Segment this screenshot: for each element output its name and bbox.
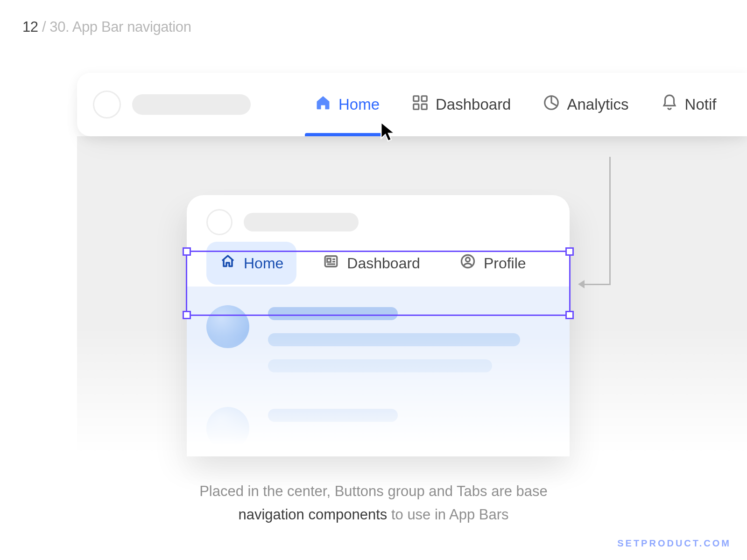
compact-app-bar-head — [187, 195, 570, 240]
preview-content — [187, 287, 570, 456]
tab-label: Dashboard — [436, 96, 511, 113]
tab-label: Notif — [685, 96, 717, 113]
caption-text: to use in App Bars — [387, 506, 508, 523]
home-icon — [314, 94, 332, 115]
connector-line — [609, 157, 611, 285]
slide-caption: Placed in the center, Buttons group and … — [0, 480, 747, 526]
news-icon — [323, 253, 339, 273]
skeleton-line — [268, 409, 398, 422]
seg-label: Home — [244, 255, 283, 272]
skeleton-line — [268, 359, 492, 372]
text-skeleton — [268, 305, 550, 385]
seg-label: Dashboard — [347, 255, 420, 272]
tab-analytics[interactable]: Analytics — [527, 73, 644, 136]
slide-index: 12 / 30. App Bar navigation — [22, 19, 191, 35]
tabs-group: Home Dashboard Analytics Notif — [298, 73, 732, 136]
tab-label: Analytics — [567, 96, 628, 113]
seg-dashboard[interactable]: Dashboard — [310, 242, 433, 285]
caption-emphasis: navigation components — [238, 506, 387, 523]
user-icon — [459, 253, 476, 273]
svg-rect-6 — [327, 259, 331, 262]
brand-avatar-placeholder — [93, 91, 121, 119]
slide-title-sep: . — [65, 19, 72, 35]
compact-app-preview: Home Dashboard Profile — [187, 195, 570, 456]
connector-line — [585, 284, 611, 285]
arrowhead-icon — [578, 280, 585, 288]
brand-title-placeholder — [132, 94, 251, 115]
slide-total: 30 — [49, 19, 65, 35]
tab-notifications[interactable]: Notif — [645, 73, 733, 136]
svg-rect-3 — [414, 104, 419, 109]
text-skeleton — [268, 407, 550, 450]
slide-separator: / — [38, 19, 50, 35]
skeleton-line — [268, 307, 398, 320]
seg-home[interactable]: Home — [206, 242, 296, 285]
seg-profile[interactable]: Profile — [446, 242, 539, 285]
brand-title-placeholder — [244, 213, 359, 231]
slide-number: 12 — [22, 19, 38, 35]
tab-label: Home — [338, 96, 380, 113]
bell-icon — [661, 94, 678, 115]
segmented-nav: Home Dashboard Profile — [187, 240, 570, 287]
svg-rect-1 — [422, 96, 427, 101]
avatar-placeholder — [206, 407, 249, 450]
tab-underline — [305, 133, 389, 136]
brand-avatar-placeholder — [206, 209, 233, 235]
skeleton-line — [268, 333, 520, 346]
watermark: SETPRODUCT.COM — [617, 538, 731, 549]
slide-title: App Bar navigation — [72, 19, 191, 35]
home-outline-icon — [219, 253, 236, 273]
mouse-cursor-icon — [380, 121, 398, 142]
seg-label: Profile — [484, 255, 526, 272]
svg-rect-0 — [414, 96, 419, 101]
caption-text: Placed in the center, Buttons group and … — [199, 483, 548, 499]
post-skeleton — [206, 305, 550, 385]
svg-point-11 — [465, 258, 470, 262]
avatar-placeholder — [206, 305, 249, 348]
tab-dashboard[interactable]: Dashboard — [395, 73, 527, 136]
post-skeleton — [206, 407, 550, 450]
pie-icon — [543, 94, 560, 115]
desktop-app-bar: Home Dashboard Analytics Notif — [77, 73, 747, 136]
slide-frame: 12 / 30. App Bar navigation Home Dashboa… — [0, 0, 747, 560]
grid-icon — [411, 94, 429, 115]
svg-rect-2 — [422, 104, 427, 109]
